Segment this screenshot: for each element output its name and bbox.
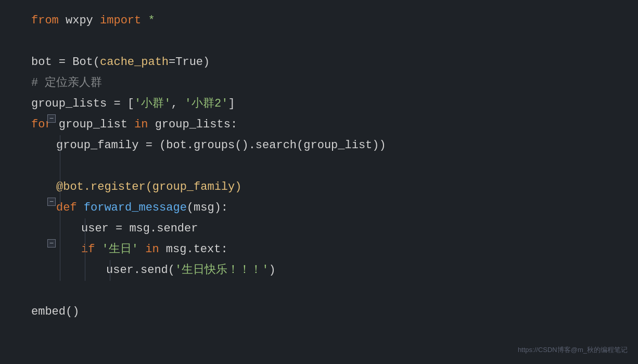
- line-text: for group_list in group_lists:: [31, 114, 628, 135]
- token: [141, 14, 148, 27]
- token: embed(): [31, 305, 79, 318]
- fold-button[interactable]: −: [47, 198, 56, 206]
- line-text: group_lists = ['小群', '小群2']: [31, 94, 628, 114]
- token: # 定位亲人群: [31, 76, 102, 89]
- token: '生日': [102, 243, 138, 256]
- token: cache_path: [100, 56, 169, 69]
- token: [95, 243, 101, 256]
- token: if: [81, 243, 95, 256]
- line-text: group_family = (bot.groups().search(grou…: [31, 135, 628, 156]
- token: group_lists = [: [31, 97, 134, 110]
- token: [56, 160, 63, 173]
- code-line: group_family = (bot.groups().search(grou…: [31, 135, 628, 156]
- token: group_family = (bot.groups().search(grou…: [56, 139, 386, 152]
- token: user = msg.sender: [81, 222, 198, 235]
- token: = Bot(: [52, 56, 100, 69]
- fold-button[interactable]: −: [47, 114, 56, 123]
- token: ): [269, 264, 275, 277]
- token: =True): [169, 56, 210, 69]
- code-line: user = msg.sender: [31, 218, 628, 239]
- token: wxpy: [59, 14, 100, 27]
- line-text: from wxpy import *: [31, 10, 628, 31]
- token: [77, 201, 84, 214]
- gutter: −: [31, 198, 60, 206]
- code-lines: from wxpy import * bot = Bot(cache_path=…: [0, 10, 638, 322]
- code-line: user.send('生日快乐！！！'): [31, 260, 628, 281]
- code-line: from wxpy import *: [31, 10, 628, 31]
- code-line: group_lists = ['小群', '小群2']: [31, 94, 628, 114]
- code-line: −def forward_message(msg):: [31, 198, 628, 218]
- token: group_lists:: [148, 118, 237, 131]
- line-text: [31, 281, 628, 302]
- watermark: https://CSDN博客@m_秋的编程笔记: [518, 345, 628, 355]
- line-text: # 定位亲人群: [31, 73, 628, 94]
- token: ]: [228, 97, 235, 110]
- line-text: bot = Bot(cache_path=True): [31, 52, 628, 73]
- token: @bot.register(group_family): [56, 180, 241, 193]
- line-text: if '生日' in msg.text:: [31, 239, 628, 260]
- code-line: [31, 31, 628, 52]
- line-text: embed(): [31, 302, 628, 322]
- code-editor: from wxpy import * bot = Bot(cache_path=…: [0, 0, 638, 364]
- token: '生日快乐！！！': [175, 264, 269, 277]
- token: from: [31, 14, 59, 27]
- token: forward_message: [84, 201, 187, 214]
- token: in: [145, 243, 159, 256]
- code-line: [31, 281, 628, 302]
- token: '小群2': [185, 97, 228, 110]
- code-line: −for group_list in group_lists:: [31, 114, 628, 135]
- token: [138, 243, 145, 256]
- gutter: −: [31, 114, 60, 123]
- fold-button[interactable]: −: [47, 239, 56, 248]
- token: bot: [31, 56, 52, 69]
- code-line: @bot.register(group_family): [31, 177, 628, 198]
- line-text: def forward_message(msg):: [31, 198, 628, 218]
- line-text: [31, 31, 628, 52]
- token: ,: [171, 97, 184, 110]
- code-line: embed(): [31, 302, 628, 322]
- line-text: user.send('生日快乐！！！'): [31, 260, 628, 281]
- token: [31, 35, 38, 48]
- token: in: [134, 118, 148, 131]
- code-line: [31, 156, 628, 177]
- token: [31, 284, 38, 297]
- token: group_list: [52, 118, 134, 131]
- gutter: −: [31, 239, 60, 248]
- line-text: [31, 156, 628, 177]
- token: *: [148, 14, 155, 27]
- line-text: @bot.register(group_family): [31, 177, 628, 198]
- token: import: [100, 14, 141, 27]
- token: user.send(: [106, 264, 175, 277]
- code-line: # 定位亲人群: [31, 73, 628, 94]
- code-line: −if '生日' in msg.text:: [31, 239, 628, 260]
- token: '小群': [134, 97, 171, 110]
- token: msg.text:: [159, 243, 228, 256]
- code-line: bot = Bot(cache_path=True): [31, 52, 628, 73]
- token: (msg):: [187, 201, 228, 214]
- line-text: user = msg.sender: [31, 218, 628, 239]
